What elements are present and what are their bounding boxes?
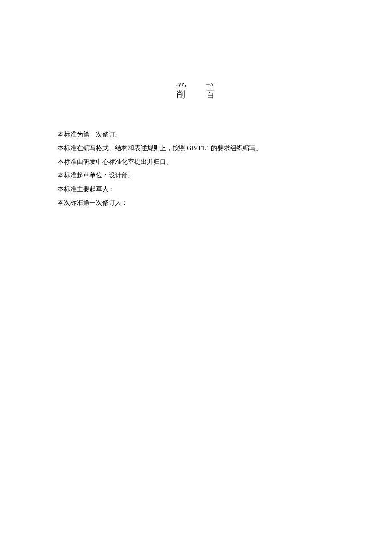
paragraph-3: 本标准由研发中心标准化室提出并归口。 (58, 155, 343, 168)
header-fragment-1: ,yz, (176, 81, 187, 88)
document-page: ,yz, 一A- 削 百 本标准为第一次修订。 本标准在编写格式、结构和表述规则… (0, 0, 392, 555)
header-fragment-2: 一A- (206, 82, 216, 88)
paragraph-5: 本标准主要起草人： (58, 183, 343, 195)
document-header: ,yz, 一A- 削 百 (0, 81, 392, 100)
paragraph-6: 本次标准第一次修订人： (58, 196, 343, 209)
paragraph-2: 本标准在编写格式、结构和表述规则上，按照 GB/T1.1 的要求组织编写。 (58, 142, 343, 154)
header-line-1: ,yz, 一A- (0, 81, 392, 88)
header-char-1: 削 (177, 89, 186, 100)
paragraph-4: 本标准起草单位：设计部。 (58, 169, 343, 182)
header-line-2: 削 百 (0, 89, 392, 100)
document-body: 本标准为第一次修订。 本标准在编写格式、结构和表述规则上，按照 GB/T1.1 … (58, 128, 343, 210)
paragraph-1: 本标准为第一次修订。 (58, 128, 343, 141)
header-char-2: 百 (206, 89, 216, 100)
